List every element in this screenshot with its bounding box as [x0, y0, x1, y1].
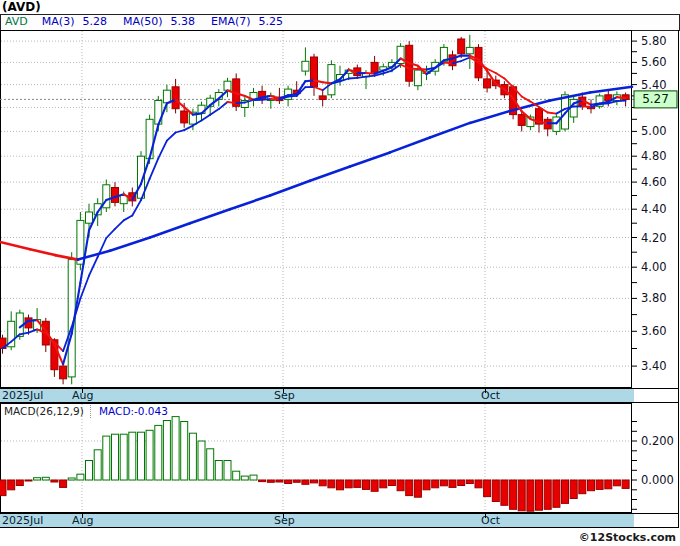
legend-symbol: AVD [5, 15, 28, 28]
footer: ©12Stocks.com [0, 529, 680, 546]
month-label: Sep [274, 514, 295, 527]
chart-page: (AVD) AVDMA(3)5.28MA(50)5.38EMA(7)5.25 5… [0, 0, 680, 546]
price-tick-label: 4.40 [641, 202, 667, 216]
price-tick-label: 4.60 [641, 175, 667, 189]
month-label: 2025Jul [2, 389, 43, 402]
time-axis-fill [0, 389, 634, 402]
price-axis: 5.805.605.405.004.804.604.404.204.003.80… [632, 34, 677, 373]
month-label: Oct [481, 514, 500, 527]
page-title: (AVD) [2, 0, 41, 14]
price-tick-label: 4.00 [641, 260, 667, 274]
time-axis-fill [0, 514, 634, 527]
month-label: Oct [481, 389, 500, 402]
indicator-legend: AVDMA(3)5.28MA(50)5.38EMA(7)5.25 [0, 14, 680, 31]
macd-params-label: MACD(26,12,9) [4, 405, 84, 418]
legend-ma50-value: 5.38 [171, 15, 196, 28]
month-tick [82, 389, 83, 393]
month-tick [283, 514, 284, 518]
legend-ema7-value: 5.25 [259, 15, 284, 28]
price-tick-label: 4.80 [641, 149, 667, 163]
time-axis-macd: 2025JulAugSepOct [0, 513, 679, 528]
macd-legend: MACD(26,12,9) MACD:-0.043 [0, 405, 632, 419]
watermark: ©12Stocks.com [579, 531, 676, 544]
legend-ema7-label: EMA(7) [211, 15, 251, 28]
month-tick [485, 514, 486, 518]
price-tick-label: 3.60 [641, 324, 667, 338]
month-label: Sep [274, 389, 295, 402]
price-chart[interactable]: 5.805.605.405.004.804.604.404.204.003.80… [0, 30, 680, 388]
month-label: 2025Jul [2, 514, 43, 527]
month-tick [485, 389, 486, 393]
legend-ma50-label: MA(50) [123, 15, 163, 28]
price-tick-label: 4.20 [641, 231, 667, 245]
legend-ma3-value: 5.28 [82, 15, 107, 28]
last-price-badge: 5.27 [634, 91, 677, 108]
price-tick-label: 3.40 [641, 359, 667, 373]
time-axis-main: 2025JulAugSepOct [0, 388, 679, 403]
legend-ma3: MA(3)5.28 [42, 15, 107, 28]
price-tick-label: 3.80 [641, 291, 667, 305]
legend-ma50: MA(50)5.38 [123, 15, 195, 28]
month-tick [82, 514, 83, 518]
price-tick-label: 5.80 [641, 34, 667, 48]
month-tick [283, 389, 284, 393]
macd-value-label: MACD:-0.043 [90, 405, 168, 418]
macd-tick-label: 0.200 [641, 434, 674, 448]
price-tick-label: 5.00 [641, 124, 667, 138]
legend-ma3-label: MA(3) [42, 15, 75, 28]
macd-chart[interactable]: 0.2000.000 [0, 403, 680, 513]
macd-axis: 0.2000.000 [632, 422, 674, 510]
price-tick-label: 5.60 [641, 55, 667, 69]
svg-text:5.27: 5.27 [642, 92, 669, 106]
macd-tick-label: 0.000 [641, 473, 674, 487]
price-tick-label: 5.40 [641, 78, 667, 92]
legend-ema7: EMA(7)5.25 [211, 15, 283, 28]
